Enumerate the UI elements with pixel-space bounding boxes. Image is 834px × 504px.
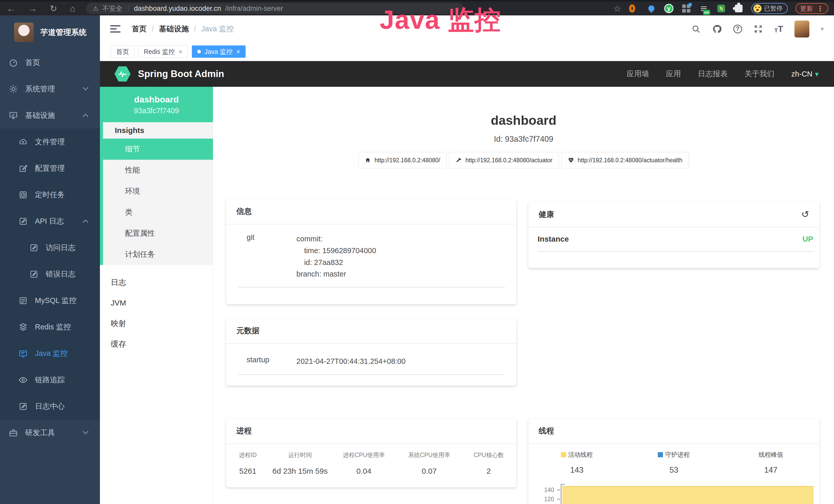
sidebar-item-log-center[interactable]: 日志中心 [0, 393, 100, 419]
sba-header: Spring Boot Admin 应用墙 应用 日志报表 关于我们 zh-CN… [100, 61, 834, 87]
sidebar-item-tracing[interactable]: 链路追踪 [0, 367, 100, 393]
process-col-header: 进程ID [226, 444, 270, 459]
extensions-puzzle-icon[interactable] [734, 4, 744, 13]
sidebar-logo-row[interactable]: 芋道管理系统 [0, 16, 100, 49]
sba-nav-wallboard[interactable]: 应用墙 [627, 69, 649, 79]
instance-name: dashboard [103, 94, 211, 105]
process-col-header: 运行时间 [270, 444, 331, 459]
sba-brand-title[interactable]: Spring Boot Admin [138, 69, 224, 79]
browser-actions: ☆ y on 已暂停 更新 ⋮ [614, 3, 834, 14]
sidebar-item-redis[interactable]: Redis 监控 [0, 314, 100, 340]
page-subtitle: Id: 93a3fc7f7409 [213, 135, 834, 144]
not-secure-label[interactable]: 不安全 [103, 4, 123, 13]
sidebar-item-dev-tools[interactable]: 研发工具 [0, 419, 100, 446]
sba-language-select[interactable]: zh-CN ▾ [791, 70, 818, 78]
sba-item-details[interactable]: 细节 [100, 139, 213, 160]
sidebar-item-label: 定时任务 [35, 190, 65, 200]
extension-orange-icon[interactable] [629, 4, 639, 13]
back-icon[interactable]: ← [7, 4, 16, 13]
eye-icon [19, 375, 28, 385]
health-url-button[interactable]: http://192.168.0.2:48080/actuator/health [562, 152, 689, 168]
browser-menu-icon[interactable]: ⋮ [816, 4, 824, 13]
sba-item-jvm[interactable]: JVM [100, 293, 213, 313]
home-icon[interactable]: ⌂ [70, 4, 75, 13]
service-url-button[interactable]: http://192.168.0.2:48080/ [358, 152, 447, 168]
git-time-line: time: 1596289704000 [297, 245, 376, 257]
annotation-text: Java 监控 [380, 3, 501, 38]
sidebar-item-files[interactable]: 文件管理 [0, 129, 100, 155]
sidebar-item-access-log[interactable]: 访问日志 [0, 234, 100, 261]
sidebar-item-mysql[interactable]: MySQL 监控 [0, 287, 100, 314]
close-icon[interactable]: × [178, 48, 182, 56]
tab-label: 首页 [116, 47, 129, 56]
sba-item-classes[interactable]: 类 [103, 202, 213, 223]
extension-leaf-icon[interactable] [716, 4, 726, 13]
url-path[interactable]: /infra/admin-server [225, 5, 283, 13]
avatar[interactable] [794, 21, 809, 38]
sidebar-item-infra[interactable]: 基础设施 [0, 102, 100, 129]
sidebar-item-java-monitor[interactable]: Java 监控 [0, 340, 100, 367]
paused-badge[interactable]: 已暂停 [751, 3, 788, 14]
edit-icon [29, 243, 39, 252]
sba-item-caches[interactable]: 缓存 [100, 334, 213, 354]
sba-item-environment[interactable]: 环境 [103, 181, 213, 202]
process-pid-value: 5261 [226, 459, 270, 476]
github-icon[interactable] [712, 24, 722, 34]
process-col-header: 系统CPU使用率 [397, 444, 461, 459]
history-icon[interactable]: ↺ [802, 209, 809, 220]
sba-nav-journal[interactable]: 日志报表 [698, 69, 728, 79]
font-size-icon[interactable]: TT [774, 24, 783, 34]
sba-item-config-props[interactable]: 配置属性 [103, 223, 213, 244]
url-host[interactable]: dashboard.yudao.iocoder.cn [134, 5, 221, 13]
tab-redis-monitor[interactable]: Redis 监控 × [138, 45, 188, 58]
user-menu-caret-icon[interactable]: ▾ [821, 25, 824, 32]
sidebar-item-home[interactable]: 首页 [0, 49, 100, 76]
y-tick-label: 140 [535, 486, 554, 494]
language-value: zh-CN [791, 70, 812, 78]
sba-item-logs[interactable]: 日志 [100, 272, 213, 293]
y-tick-mark [557, 499, 560, 500]
bookmark-star-icon[interactable]: ☆ [614, 3, 621, 14]
sidebar-item-jobs[interactable]: 定时任务 [0, 182, 100, 208]
emoji-face-icon [753, 4, 762, 13]
sba-nav-applications[interactable]: 应用 [666, 69, 681, 79]
edit-icon [19, 402, 28, 411]
tab-home[interactable]: 首页 [111, 45, 134, 58]
extension-list-on-icon[interactable]: on [699, 4, 709, 13]
insights-section-label[interactable]: Insights [103, 122, 213, 139]
extension-y-icon[interactable]: y [664, 4, 674, 13]
spring-boot-admin-logo[interactable] [114, 66, 131, 82]
daemon-threads-value: 53 [626, 465, 723, 475]
fullscreen-icon[interactable] [753, 24, 763, 34]
sidebar-item-error-log[interactable]: 错误日志 [0, 261, 100, 287]
link-label: http://192.168.0.2:48080/ [374, 157, 440, 164]
sidebar-item-config[interactable]: 配置管理 [0, 155, 100, 182]
sba-item-scheduled-tasks[interactable]: 计划任务 [103, 244, 213, 265]
sidebar-item-label: 配置管理 [35, 163, 65, 174]
sba-item-mappings[interactable]: 映射 [100, 313, 213, 334]
actuator-url-button[interactable]: http://192.168.0.2:48080/actuator [449, 152, 559, 168]
sba-instance-header[interactable]: dashboard 93a3fc7f7409 [100, 87, 213, 122]
extension-grid-icon[interactable] [681, 4, 691, 13]
tab-java-monitor[interactable]: Java 监控 × [192, 45, 245, 58]
extension-pin-icon[interactable] [646, 4, 656, 13]
help-icon[interactable]: ? [733, 25, 742, 33]
sidebar-item-api-log[interactable]: API 日志 [0, 208, 100, 234]
search-icon[interactable] [691, 24, 701, 34]
health-instance-row[interactable]: Instance UP [528, 228, 819, 244]
sba-nav-about[interactable]: 关于我们 [745, 69, 774, 79]
monitor-icon [9, 111, 18, 120]
breadcrumb-infra[interactable]: 基础设施 [159, 24, 189, 34]
sidebar-toggle-icon[interactable] [110, 25, 120, 32]
reload-icon[interactable]: ↻ [50, 4, 57, 13]
link-label: http://192.168.0.2:48080/actuator [465, 157, 552, 164]
sidebar-item-system[interactable]: 系统管理 [0, 76, 100, 102]
process-col-header: 进程CPU使用率 [331, 444, 397, 459]
sba-item-metrics[interactable]: 性能 [103, 160, 213, 181]
forward-icon[interactable]: → [28, 4, 37, 13]
close-icon[interactable]: × [236, 48, 240, 56]
peak-threads-value: 147 [722, 465, 819, 475]
update-button[interactable]: 更新 ⋮ [795, 3, 828, 14]
y-tick-mark [557, 489, 560, 490]
breadcrumb-home[interactable]: 首页 [132, 24, 147, 34]
